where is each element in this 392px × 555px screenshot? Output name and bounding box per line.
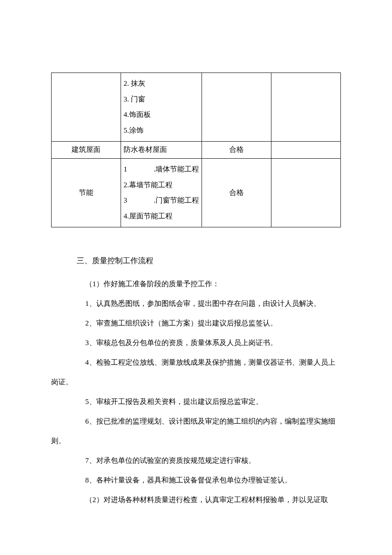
- table-row: 建筑屋面 防水卷材屋面 合格: [52, 142, 341, 159]
- paragraph: 2、审查施工组织设计（施工方案）提出建议后报总监签认。: [51, 316, 341, 331]
- table-row: 节能 1 .墙体节能工程 2.幕墙节能工程 3 .门窗节能工程 4.屋面节能工程…: [52, 158, 341, 227]
- list-item: 1 .墙体节能工程: [124, 163, 199, 176]
- paragraph: 1、认真熟悉图纸，参加图纸会审，提出图中存在问题，由设计人员解决。: [51, 296, 341, 311]
- list-item: 3 .门窗节能工程: [124, 194, 199, 207]
- cell-c4: [271, 158, 341, 227]
- item-num: 1: [124, 163, 127, 176]
- item-text: .门窗节能工程: [154, 194, 199, 207]
- list-item: 4.屋面节能工程: [124, 210, 199, 223]
- list-item: 2.幕墙节能工程: [124, 179, 199, 192]
- cell-c1: 建筑屋面: [52, 142, 121, 159]
- list-item: 5.涂饰: [124, 124, 199, 137]
- cell-c3: [202, 73, 271, 142]
- cell-c2: 1 .墙体节能工程 2.幕墙节能工程 3 .门窗节能工程 4.屋面节能工程: [121, 158, 202, 227]
- table-row: 2. 抹灰 3. 门窗 4.饰面板 5.涂饰: [52, 73, 341, 142]
- subsection-title: （2）对进场各种材料质量进行检查，认真审定工程材料报验单，并以见证取: [85, 493, 341, 507]
- cell-c2: 2. 抹灰 3. 门窗 4.饰面板 5.涂饰: [121, 73, 202, 142]
- paragraph: 5、审核开工报告及相关资料，提出建议后报总监审定。: [51, 395, 341, 409]
- cell-c3: 合格: [202, 142, 271, 159]
- cell-c4: [271, 142, 341, 159]
- cell-c1: 节能: [52, 158, 121, 227]
- cell-c1: [52, 73, 121, 142]
- item-num: 3: [124, 194, 127, 207]
- item-text: .墙体节能工程: [154, 163, 199, 176]
- cell-c3: 合格: [202, 158, 271, 227]
- document-page: 2. 抹灰 3. 门窗 4.饰面板 5.涂饰 建筑屋面 防水卷材屋面 合格 节能…: [0, 0, 392, 555]
- subsection-title: （1）作好施工准备阶段的质量予控工作：: [85, 277, 341, 291]
- cell-c4: [271, 73, 341, 142]
- list-item: 3. 门窗: [124, 93, 199, 106]
- paragraph: 3、审核总包及分包单位的资质，质量体系及人员上岗证书。: [51, 336, 341, 350]
- paragraph: 7、对承包单位的试验室的资质按规范规定进行审核。: [51, 453, 341, 468]
- paragraph-continuation: 岗证。: [51, 375, 341, 389]
- quality-table: 2. 抹灰 3. 门窗 4.饰面板 5.涂饰 建筑屋面 防水卷材屋面 合格 节能…: [51, 73, 341, 227]
- list-item: 4.饰面板: [124, 108, 199, 122]
- cell-c2: 防水卷材屋面: [121, 142, 202, 159]
- paragraph: 4、检验工程定位放线、测量放线成果及保护措施，测量仪器证书、测量人员上: [51, 355, 341, 370]
- section-title: 三、质量控制工作流程: [77, 253, 341, 268]
- paragraph: 6、按已批准的监理规划、设计图纸及审定的施工组织的内容，编制监理实施细: [51, 414, 341, 429]
- list-item: 2. 抹灰: [124, 77, 199, 90]
- paragraph-continuation: 则。: [51, 434, 341, 448]
- paragraph: 8、各种计量设备，器具和施工设备督促承包单位办理验证签认。: [51, 473, 341, 488]
